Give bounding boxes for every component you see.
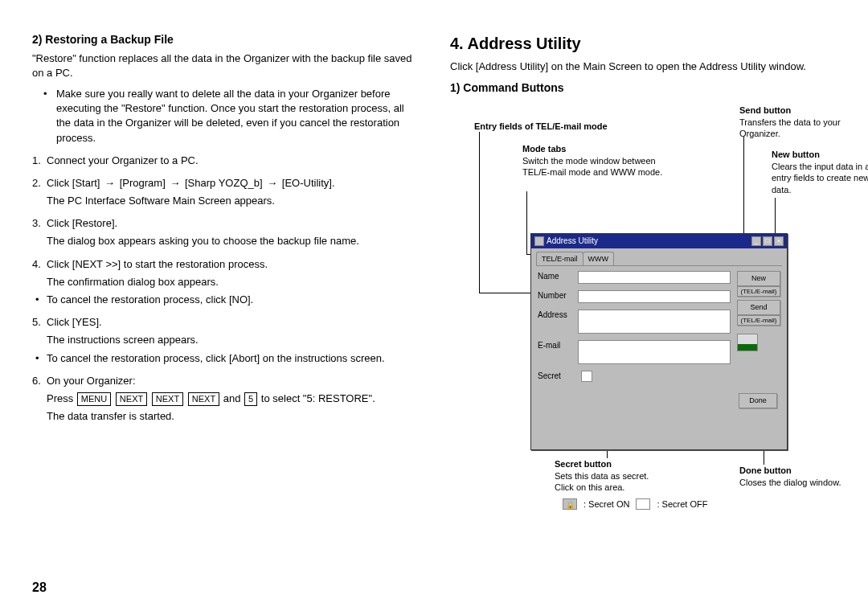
- tab-tel-email[interactable]: TEL/E-mail: [536, 252, 583, 266]
- left-column: 2) Restoring a Backup File "Restore" fun…: [32, 32, 418, 579]
- callout-send-button: Send button Transfers the data to your O…: [739, 105, 844, 140]
- callout-secret-button: Secret button Sets this data as secret. …: [555, 458, 667, 494]
- organizer-icon: [737, 334, 758, 351]
- step6: On your Organizer:: [47, 375, 136, 387]
- step6-sub: The data transfer is started.: [32, 409, 418, 424]
- input-number[interactable]: [578, 290, 731, 303]
- command-buttons-heading: 1) Command Buttons: [450, 80, 836, 96]
- restoring-steps: 1.Connect your Organizer to a PC. 2.Clic…: [32, 154, 418, 424]
- step3-sub: The dialog box appears asking you to cho…: [32, 234, 418, 248]
- address-utility-dialog: Address Utility _ □ × TEL/E-mail WWW Nam…: [530, 233, 788, 450]
- callout-new-button: New button Clears the input data in all …: [772, 149, 868, 195]
- step4: Click [NEXT >>] to start the restoration…: [47, 258, 268, 270]
- label-name: Name: [538, 271, 578, 282]
- maximize-icon[interactable]: □: [763, 236, 772, 246]
- secret-legend: : Secret ON : Secret OFF: [563, 498, 707, 511]
- step2c: [Sharp YOZQ_b]: [182, 177, 265, 189]
- restoring-intro: "Restore" function replaces all the data…: [32, 51, 418, 80]
- step2b: [Program]: [117, 177, 168, 189]
- step5: Click [YES].: [47, 316, 102, 328]
- key-next3: NEXT: [188, 392, 219, 406]
- restoring-caution: Make sure you really want to delete all …: [47, 87, 418, 146]
- callout-entry-fields: Entry fields of TEL/E-mail mode: [474, 121, 635, 133]
- step2-sub: The PC Interface Software Main Screen ap…: [32, 194, 418, 208]
- step6a: Press: [47, 392, 76, 404]
- titlebar: Address Utility _ □ ×: [531, 234, 787, 248]
- secret-off-icon: [636, 498, 650, 510]
- minimize-icon[interactable]: _: [751, 236, 761, 246]
- restoring-heading: 2) Restoring a Backup File: [32, 32, 418, 48]
- input-name[interactable]: [578, 271, 731, 284]
- step1: Connect your Organizer to a PC.: [47, 154, 199, 166]
- key-menu: MENU: [77, 392, 111, 406]
- lock-icon: [563, 498, 577, 510]
- dialog-title: Address Utility: [547, 236, 598, 247]
- right-column: 4. Address Utility Click [Address Utilit…: [450, 32, 836, 579]
- callout-done-button: Done button Closes the dialog window.: [739, 465, 860, 489]
- send-button[interactable]: Send (TEL/E-mail): [737, 300, 780, 326]
- step5-sub: The instructions screen appears.: [32, 333, 418, 347]
- tab-www[interactable]: WWW: [583, 252, 614, 266]
- app-icon: [534, 236, 544, 246]
- step4-sub: The confirmation dialog box appears.: [32, 275, 418, 289]
- secret-toggle[interactable]: [581, 371, 592, 382]
- step2a: Click [Start]: [47, 177, 103, 189]
- step3: Click [Restore].: [47, 217, 117, 229]
- step2d: [EO-Utility].: [279, 177, 334, 189]
- address-utility-heading: 4. Address Utility: [450, 32, 836, 55]
- input-address[interactable]: [578, 310, 731, 334]
- new-button[interactable]: New (TEL/E-mail): [737, 271, 780, 297]
- label-address: Address: [538, 310, 578, 321]
- key-5: 5: [244, 392, 257, 406]
- label-number: Number: [538, 290, 578, 301]
- label-email: E-mail: [538, 340, 578, 351]
- close-icon[interactable]: ×: [774, 236, 784, 246]
- page-number: 28: [32, 579, 47, 597]
- key-next2: NEXT: [152, 392, 183, 406]
- step5-bullet: To cancel the restoration process, click…: [32, 351, 418, 366]
- step6c: to select "5: RESTORE".: [261, 392, 375, 404]
- label-secret: Secret: [538, 371, 578, 382]
- done-button[interactable]: Done: [739, 393, 777, 408]
- input-email[interactable]: [578, 340, 731, 364]
- address-utility-intro: Click [Address Utility] on the Main Scre…: [450, 59, 836, 74]
- callout-mode-tabs: Mode tabs Switch the mode window between…: [522, 143, 675, 178]
- key-next1: NEXT: [116, 392, 147, 406]
- step4-bullet: To cancel the restoration process, click…: [32, 293, 418, 307]
- step6b: and: [223, 392, 244, 404]
